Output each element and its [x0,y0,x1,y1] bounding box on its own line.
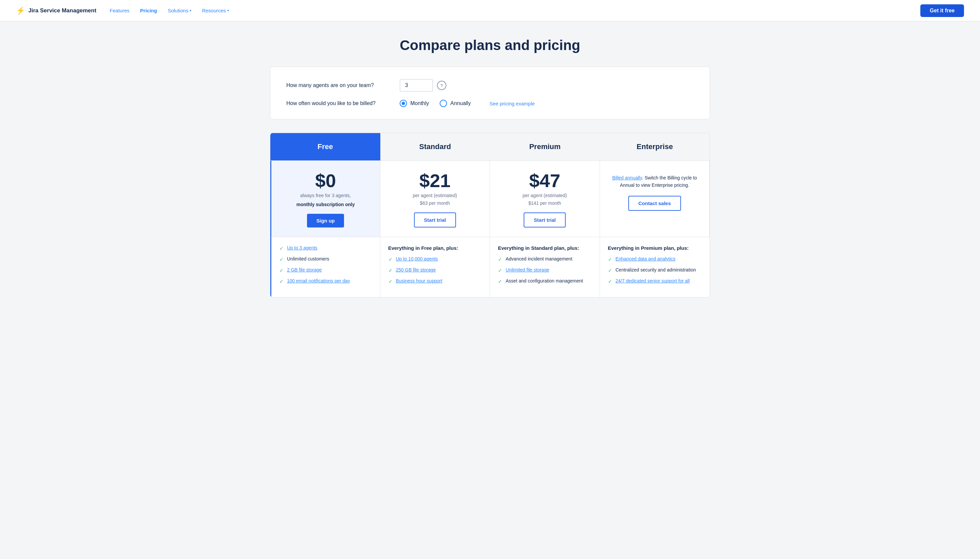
plan-price-premium: $47 per agent (estimated) $141 per month… [490,161,600,237]
billed-annually-link[interactable]: Billed annually [612,175,642,180]
check-icon: ✓ [279,245,284,251]
check-icon: ✓ [498,278,502,284]
feature-ent-1-text: Centralized security and administration [616,267,696,273]
nav-features[interactable]: Features [110,8,129,13]
resources-chevron-icon: ▾ [227,9,229,12]
check-icon: ✓ [498,268,502,273]
check-icon: ✓ [388,268,393,273]
logo-icon: ⚡ [16,7,25,15]
monthly-radio[interactable] [400,100,407,107]
feature-prem-0: ✓ Advanced incident management [498,256,592,263]
premium-features-title: Everything in Standard plan, plus: [498,245,592,251]
plan-price-enterprise: Billed annually. Switch the Billing cycl… [600,161,710,237]
feature-free-1-text: Unlimited customers [287,256,329,261]
solutions-chevron-icon: ▾ [190,9,191,12]
annually-option[interactable]: Annually [440,100,471,107]
feature-std-2-link[interactable]: Business hour support [396,278,442,283]
plan-features-enterprise: Everything in Premium plan, plus: ✓ Enha… [600,237,710,297]
pricing-example-link[interactable]: See pricing example [489,101,535,106]
billing-label: How often would you like to be billed? [286,100,400,106]
standard-price-total: $63 per month [388,200,482,206]
feature-free-0-link[interactable]: Up to 3 agents [287,245,317,250]
feature-std-0-link[interactable]: Up to 10,000 agents [396,256,438,261]
nav-solutions[interactable]: Solutions ▾ [168,8,191,13]
nav-links: Features Pricing Solutions ▾ Resources ▾ [110,8,907,13]
free-price-amount: $0 [279,172,372,190]
feature-ent-2-link[interactable]: 24/7 dedicated senior support for all [616,278,690,283]
agents-input[interactable] [400,79,433,92]
plan-price-free: $0 always free for 3 agents, monthly sub… [271,161,380,237]
page-title: Compare plans and pricing [270,37,710,53]
billing-row: How often would you like to be billed? M… [286,100,694,107]
brand-name: Jira Service Management [28,7,96,14]
nav-pricing[interactable]: Pricing [140,8,157,13]
plan-header-enterprise: Enterprise [600,133,710,161]
feature-free-2: ✓ 2 GB file storage [279,267,372,273]
free-price-note: monthly subscription only [279,202,372,207]
premium-price-amount: $47 [498,172,592,190]
standard-features-title: Everything in Free plan, plus: [388,245,482,251]
plan-header-standard: Standard [380,133,490,161]
agents-label: How many agents are on your team? [286,83,400,88]
monthly-label: Monthly [410,100,429,106]
standard-trial-button[interactable]: Start trial [414,212,456,227]
feature-free-2-link[interactable]: 2 GB file storage [287,267,322,273]
check-icon: ✓ [388,278,393,284]
standard-price-amount: $21 [388,172,482,190]
feature-prem-1-link[interactable]: Unlimited file storage [506,267,549,273]
agents-row: How many agents are on your team? ? [286,79,694,92]
free-price-sub: always free for 3 agents, [279,192,372,199]
plan-header-free: Free [271,133,380,161]
feature-ent-0: ✓ Enhanced data and analytics [608,256,702,263]
plan-features-standard: Everything in Free plan, plus: ✓ Up to 1… [380,237,490,297]
feature-ent-2: ✓ 24/7 dedicated senior support for all [608,278,702,284]
feature-std-0: ✓ Up to 10,000 agents [388,256,482,263]
feature-prem-2-text: Asset and configuration management [506,278,583,283]
feature-ent-1: ✓ Centralized security and administratio… [608,267,702,273]
premium-price-sub: per agent (estimated) [498,192,592,199]
pricing-grid: Free Standard Premium Enterprise $0 alwa… [270,133,710,298]
standard-price-sub: per agent (estimated) [388,192,482,199]
get-it-free-button[interactable]: Get it free [921,4,964,17]
check-icon: ✓ [279,278,284,284]
page-content: Compare plans and pricing How many agent… [257,22,723,314]
feature-free-3-link[interactable]: 100 email notifications per day [287,278,350,283]
plan-features-premium: Everything in Standard plan, plus: ✓ Adv… [490,237,600,297]
free-signup-button[interactable]: Sign up [307,214,344,227]
feature-prem-0-text: Advanced incident management [506,256,572,261]
feature-std-1-link[interactable]: 250 GB file storage [396,267,436,273]
brand: ⚡ Jira Service Management [16,7,96,15]
plan-header-premium: Premium [490,133,600,161]
feature-std-1: ✓ 250 GB file storage [388,267,482,273]
feature-prem-2: ✓ Asset and configuration management [498,278,592,284]
help-icon[interactable]: ? [437,81,446,90]
feature-ent-0-link[interactable]: Enhanced data and analytics [616,256,676,261]
enterprise-features-title: Everything in Premium plan, plus: [608,245,702,251]
annually-radio[interactable] [440,100,447,107]
enterprise-contact-button[interactable]: Contact sales [629,196,681,211]
plan-features-free: ✓ Up to 3 agents ✓ Unlimited customers ✓… [271,237,380,297]
feature-free-0: ✓ Up to 3 agents [279,245,372,251]
feature-prem-1: ✓ Unlimited file storage [498,267,592,273]
configurator: How many agents are on your team? ? How … [270,67,710,119]
check-icon: ✓ [608,256,612,263]
enterprise-note: Billed annually. Switch the Billing cycl… [608,174,702,189]
check-icon: ✓ [388,256,393,263]
monthly-option[interactable]: Monthly [400,100,429,107]
check-icon: ✓ [608,268,612,273]
billing-radio-group: Monthly Annually See pricing example [400,100,535,107]
feature-free-1: ✓ Unlimited customers [279,256,372,263]
premium-price-total: $141 per month [498,200,592,206]
check-icon: ✓ [279,256,284,263]
plan-price-standard: $21 per agent (estimated) $63 per month … [380,161,490,237]
nav-resources[interactable]: Resources ▾ [202,8,229,13]
check-icon: ✓ [498,256,502,263]
annually-label: Annually [450,100,471,106]
feature-free-3: ✓ 100 email notifications per day [279,278,372,284]
check-icon: ✓ [279,268,284,273]
navbar: ⚡ Jira Service Management Features Prici… [0,0,980,22]
check-icon: ✓ [608,278,612,284]
feature-std-2: ✓ Business hour support [388,278,482,284]
premium-trial-button[interactable]: Start trial [524,212,566,227]
